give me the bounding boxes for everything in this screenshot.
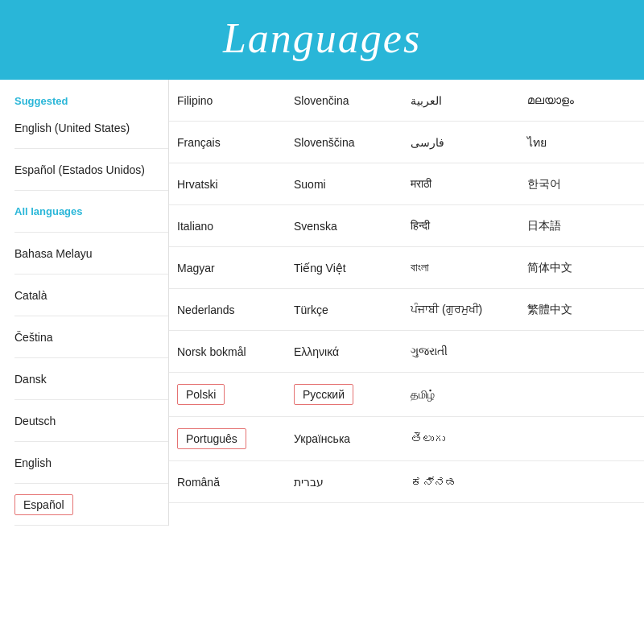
table-row: HrvatskiSuomiमराठी한국어 <box>169 163 644 205</box>
language-name[interactable]: 繁體中文 <box>519 289 636 330</box>
language-name[interactable]: Nederlands <box>169 289 286 330</box>
table-row: FilipinoSlovenčinaالعربيةമലയാളം <box>169 80 644 122</box>
language-name[interactable]: বাংলা <box>402 247 519 288</box>
list-item[interactable]: Čeština <box>14 316 168 358</box>
list-item[interactable]: Español (Estados Unidos) <box>14 149 168 191</box>
language-name[interactable]: فارسی <box>402 122 519 163</box>
language-name[interactable]: עברית <box>286 461 402 502</box>
language-name: Polski <box>177 384 225 405</box>
list-item[interactable]: Polski <box>169 373 286 416</box>
language-grid: FilipinoSlovenčinaالعربيةമലയാളംFrançaisS… <box>169 80 644 526</box>
language-name[interactable] <box>519 417 636 460</box>
language-name[interactable]: 简体中文 <box>519 247 636 288</box>
language-name[interactable] <box>519 331 636 372</box>
left-panel: Suggested English (United States) Españo… <box>0 80 169 526</box>
language-name: Deutsch <box>14 415 56 427</box>
language-name[interactable]: Tiếng Việt <box>286 247 402 288</box>
suggested-label: Suggested <box>14 80 168 107</box>
language-name[interactable]: العربية <box>402 80 519 121</box>
language-name[interactable]: தமிழ் <box>402 373 519 416</box>
app-container: Languages Suggested English (United Stat… <box>0 0 644 526</box>
list-item[interactable]: Español <box>14 484 168 526</box>
language-name[interactable]: Français <box>169 122 286 163</box>
list-item[interactable]: Bahasa Melayu <box>14 233 168 275</box>
language-name[interactable]: Hrvatski <box>169 163 286 204</box>
list-item[interactable]: Català <box>14 275 168 316</box>
language-name[interactable]: Română <box>169 461 286 502</box>
language-name: Čeština <box>14 331 52 344</box>
language-name[interactable]: Slovenščina <box>286 122 402 163</box>
language-name[interactable]: 한국어 <box>519 163 636 204</box>
language-name[interactable]: Türkçe <box>286 289 402 330</box>
language-name[interactable]: മലയാളം <box>519 80 636 121</box>
language-name: English <box>14 456 52 469</box>
all-languages-label: All languages <box>14 191 168 233</box>
language-name[interactable]: हिन्दी <box>402 205 519 246</box>
language-name: Español (Estados Unidos) <box>14 163 145 176</box>
list-item[interactable]: Dansk <box>14 358 168 400</box>
language-name[interactable]: Magyar <box>169 247 286 288</box>
table-row: NederlandsTürkçeਪੰਜਾਬੀ (ਗੁਰਮੁਖੀ)繁體中文 <box>169 289 644 331</box>
page-header: Languages <box>0 0 644 80</box>
language-name: Русский <box>294 384 353 405</box>
table-row: PortuguêsУкраїнськаతెలుగు <box>169 417 644 461</box>
language-name[interactable]: Filipino <box>169 80 286 121</box>
language-name[interactable]: Suomi <box>286 163 402 204</box>
language-name[interactable] <box>519 373 636 416</box>
language-name[interactable]: ಕನ್ನಡ <box>402 461 519 502</box>
table-row: FrançaisSlovenščinaفارسیไทย <box>169 122 644 163</box>
language-name[interactable]: 日本語 <box>519 205 636 246</box>
language-name[interactable] <box>519 461 636 502</box>
language-name: Bahasa Melayu <box>14 247 93 260</box>
language-name[interactable]: Українська <box>286 417 402 460</box>
language-name[interactable]: Slovenčina <box>286 80 402 121</box>
language-name[interactable]: ગુજરાતી <box>402 331 519 372</box>
language-name[interactable]: ไทย <box>519 122 636 163</box>
table-row: MagyarTiếng Việtবাংলা简体中文 <box>169 247 644 289</box>
language-name[interactable]: मराठी <box>402 163 519 204</box>
table-row: PolskiРусскийதமிழ் <box>169 373 644 417</box>
language-name[interactable]: Norsk bokmål <box>169 331 286 372</box>
list-item[interactable]: Русский <box>286 373 402 416</box>
language-name[interactable]: Ελληνικά <box>286 331 402 372</box>
language-name: Català <box>14 289 47 302</box>
list-item[interactable]: English (United States) <box>14 107 168 149</box>
language-name: Dansk <box>14 373 47 386</box>
language-name[interactable]: Svenska <box>286 205 402 246</box>
table-row: Românăעבריתಕನ್ನಡ <box>169 461 644 503</box>
table-row: ItalianoSvenskaहिन्दी日本語 <box>169 205 644 247</box>
table-row: Norsk bokmålΕλληνικάગુજરાતી <box>169 331 644 373</box>
language-name: English (United States) <box>14 122 130 134</box>
list-item[interactable]: English <box>14 442 168 484</box>
language-name[interactable]: తెలుగు <box>402 417 519 460</box>
page-title: Languages <box>223 15 421 61</box>
list-item[interactable]: Deutsch <box>14 400 168 442</box>
list-item[interactable]: Português <box>169 417 286 460</box>
language-name: Português <box>177 428 246 449</box>
main-layout: Suggested English (United States) Españo… <box>0 80 644 526</box>
language-name[interactable]: ਪੰਜਾਬੀ (ਗੁਰਮੁਖੀ) <box>402 289 519 330</box>
language-name: Español <box>14 494 73 515</box>
language-name[interactable]: Italiano <box>169 205 286 246</box>
